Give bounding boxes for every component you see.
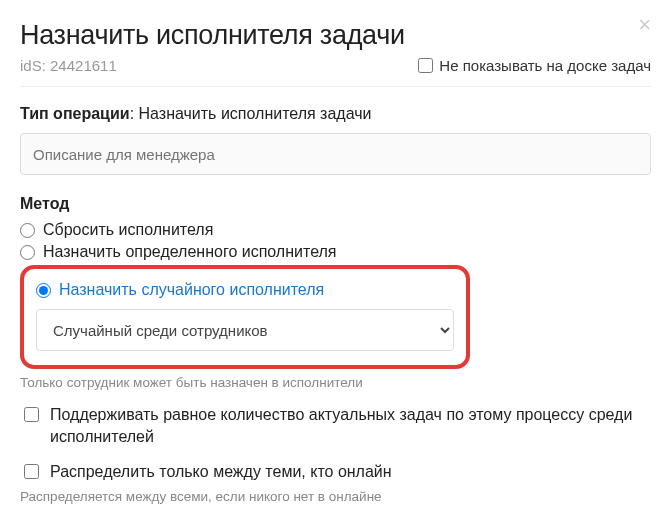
method-radio-reset-label: Сбросить исполнителя (43, 221, 213, 239)
method-option-reset[interactable]: Сбросить исполнителя (20, 221, 651, 239)
method-option-specific[interactable]: Назначить определенного исполнителя (20, 243, 651, 261)
method-radio-random[interactable] (36, 283, 51, 298)
online-only-checkbox[interactable] (24, 464, 39, 479)
method-option-random[interactable]: Назначить случайного исполнителя (36, 281, 454, 299)
divider (20, 86, 651, 87)
hint-everyone-if-none: Распределяется между всеми, если никого … (20, 489, 651, 504)
operation-type-row: Тип операции: Назначить исполнителя зада… (20, 105, 651, 123)
method-radio-random-label: Назначить случайного исполнителя (59, 281, 324, 299)
dialog-header: Назначить исполнителя задачи × idS: 2442… (20, 20, 651, 74)
online-only-row[interactable]: Распределить только между теми, кто онла… (20, 461, 651, 483)
dialog-title: Назначить исполнителя задачи (20, 20, 651, 51)
hint-only-employee: Только сотрудник может быть назначен в и… (20, 375, 651, 390)
operation-type-value: Назначить исполнителя задачи (139, 105, 372, 122)
operation-type-label: Тип операции (20, 105, 130, 122)
online-only-label: Распределить только между теми, кто онла… (50, 461, 392, 483)
hide-on-board-row[interactable]: Не показывать на доске задач (418, 57, 651, 74)
keep-equal-checkbox[interactable] (24, 407, 39, 422)
method-radio-specific-label: Назначить определенного исполнителя (43, 243, 337, 261)
keep-equal-label: Поддерживать равное количество актуальны… (50, 404, 651, 447)
method-heading: Метод (20, 195, 651, 213)
keep-equal-row[interactable]: Поддерживать равное количество актуальны… (20, 404, 651, 447)
random-employee-select[interactable]: Случайный среди сотрудников (36, 309, 454, 351)
method-radio-specific[interactable] (20, 245, 35, 260)
id-label: idS: 24421611 (20, 57, 117, 74)
description-input[interactable] (20, 133, 651, 175)
dialog-subrow: idS: 24421611 Не показывать на доске зад… (20, 57, 651, 74)
hide-on-board-label: Не показывать на доске задач (439, 57, 651, 74)
method-random-highlight: Назначить случайного исполнителя Случайн… (20, 265, 470, 369)
hide-on-board-checkbox[interactable] (418, 58, 433, 73)
close-icon[interactable]: × (638, 14, 651, 36)
method-radio-reset[interactable] (20, 223, 35, 238)
